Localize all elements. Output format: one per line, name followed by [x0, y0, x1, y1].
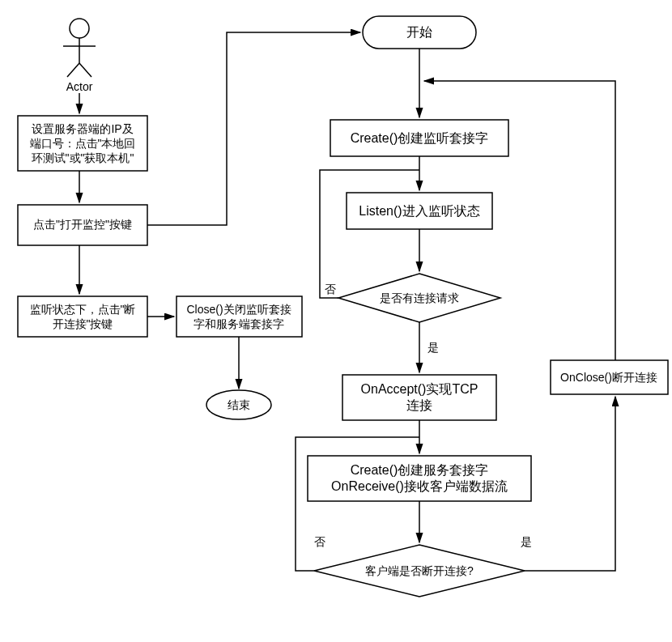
node-create-listen: Create()创建监听套接字 — [330, 120, 508, 156]
node-end: 结束 — [206, 390, 271, 419]
flowchart-diagram: Actor 设置服务器端的IP及 端口号：点击"本地回 环测试"或"获取本机" … — [0, 0, 672, 642]
svg-text:开始: 开始 — [406, 25, 432, 39]
node-close-socket: Close()关闭监听套接 字和服务端套接字 — [177, 296, 302, 337]
node-create-service: Create()创建服务套接字 OnReceive()接收客户端数据流 — [308, 456, 531, 501]
svg-text:环测试"或"获取本机": 环测试"或"获取本机" — [32, 151, 134, 164]
node-onclose: OnClose()断开连接 — [551, 360, 668, 394]
label-client-no: 否 — [314, 535, 325, 548]
node-set-ip: 设置服务器端的IP及 端口号：点击"本地回 环测试"或"获取本机" — [18, 116, 147, 171]
arrow-open-to-start — [147, 32, 360, 225]
node-onaccept: OnAccept()实现TCP 连接 — [342, 375, 496, 420]
svg-text:监听状态下，点击"断: 监听状态下，点击"断 — [30, 303, 136, 316]
svg-text:开连接"按键: 开连接"按键 — [53, 317, 113, 330]
svg-text:客户端是否断开连接?: 客户端是否断开连接? — [365, 564, 474, 577]
arrow-client-yes-to-onclose — [525, 397, 615, 571]
node-decision-conn: 是否有连接请求 — [338, 274, 500, 322]
svg-text:点击"打开监控"按键: 点击"打开监控"按键 — [33, 218, 132, 231]
svg-text:OnAccept()实现TCP: OnAccept()实现TCP — [361, 382, 478, 396]
label-conn-yes: 是 — [427, 341, 439, 354]
actor-label: Actor — [66, 80, 93, 93]
node-decision-client: 客户端是否断开连接? — [314, 545, 525, 597]
svg-text:连接: 连接 — [406, 398, 432, 412]
node-disconnect: 监听状态下，点击"断 开连接"按键 — [18, 296, 147, 337]
svg-line-4 — [79, 63, 91, 77]
svg-text:Listen()进入监听状态: Listen()进入监听状态 — [359, 204, 479, 218]
svg-text:Close()关闭监听套接: Close()关闭监听套接 — [186, 303, 291, 316]
node-start: 开始 — [363, 16, 476, 49]
svg-text:是否有连接请求: 是否有连接请求 — [380, 291, 459, 304]
svg-text:端口号：点击"本地回: 端口号：点击"本地回 — [30, 137, 136, 150]
svg-text:设置服务器端的IP及: 设置服务器端的IP及 — [32, 122, 133, 135]
svg-text:Create()创建监听套接字: Create()创建监听套接字 — [351, 131, 489, 145]
label-client-yes: 是 — [521, 535, 532, 548]
actor-icon: Actor — [63, 19, 96, 93]
svg-text:结束: 结束 — [228, 398, 250, 411]
node-listen-state: Listen()进入监听状态 — [347, 193, 492, 229]
svg-text:OnClose()断开连接: OnClose()断开连接 — [560, 371, 657, 384]
svg-text:字和服务端套接字: 字和服务端套接字 — [194, 317, 284, 330]
svg-text:Create()创建服务套接字: Create()创建服务套接字 — [351, 463, 489, 477]
svg-text:OnReceive()接收客户端数据流: OnReceive()接收客户端数据流 — [331, 479, 508, 493]
svg-point-0 — [70, 19, 89, 38]
label-conn-no: 否 — [325, 283, 336, 295]
svg-line-3 — [67, 63, 79, 77]
node-open-monitor: 点击"打开监控"按键 — [18, 205, 147, 245]
